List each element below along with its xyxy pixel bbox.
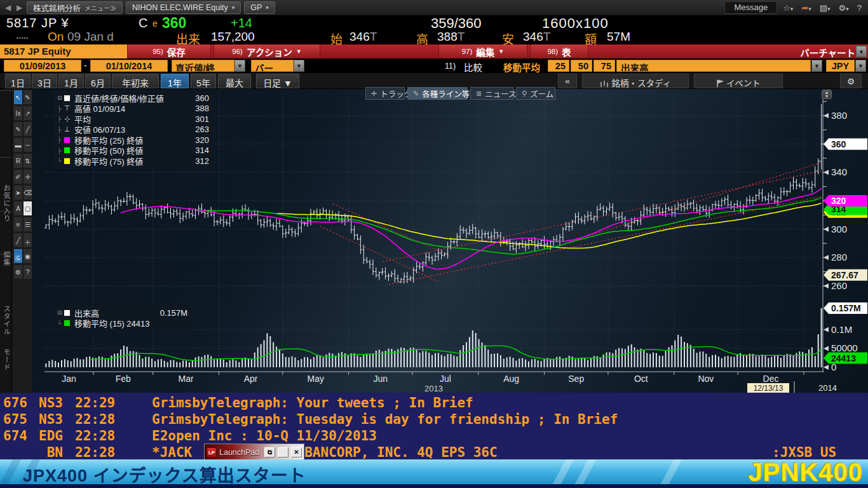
- tool-icon: ≣: [476, 90, 482, 98]
- maximize-button[interactable]: [278, 447, 288, 458]
- period-tab-3日[interactable]: 3日: [32, 74, 57, 88]
- tool-icon-4-1[interactable]: ⇅: [23, 153, 32, 168]
- price-type-select[interactable]: 直近値/終: [172, 60, 234, 72]
- tool-icon-4-0[interactable]: R: [13, 153, 23, 168]
- currency-select[interactable]: JPY: [826, 60, 855, 72]
- quote-row-1: 5817 JP ¥ C e 360 +14 359/360 1600x100: [0, 16, 868, 30]
- bottom-strip: [0, 484, 868, 488]
- tool-icon-10-0[interactable]: Ⓖ: [13, 248, 23, 264]
- legend-row[interactable]: ├⊹平均301: [57, 114, 209, 125]
- tool-icon-3-1[interactable]: ─: [23, 137, 32, 152]
- news-line[interactable]: 674EDG22:28E2open Inc : 10-Q 11/30/2013: [0, 428, 868, 445]
- dots-icon[interactable]: ▪▪▪▪▪: [17, 35, 29, 41]
- security-selector[interactable]: NIHON ELEC.WIRE Equity ▾: [126, 1, 241, 14]
- period-tab-1日[interactable]: 1日: [5, 74, 31, 88]
- period-tab-年初来[interactable]: 年初来: [112, 74, 159, 88]
- legend-row[interactable]: ⊟出来高0.157M: [57, 308, 187, 318]
- menu-item-アクション[interactable]: 96)アクション▼: [214, 44, 320, 58]
- tool-icon-0-1[interactable]: ✎: [23, 90, 32, 105]
- ma-period-input-50[interactable]: 50: [571, 60, 592, 72]
- tool-icon-6-1[interactable]: ⌫: [23, 185, 32, 200]
- date-from-input[interactable]: 01/09/2013: [4, 60, 81, 72]
- function-selector[interactable]: GP ▾: [244, 1, 275, 14]
- forward-icon[interactable]: ▶: [15, 3, 24, 12]
- tool-icon-11-0[interactable]: ⚙: [13, 264, 23, 280]
- chart-tool-1[interactable]: ✎各種ライン等: [407, 87, 468, 100]
- tool-icon-6-0[interactable]: ➤: [13, 185, 23, 200]
- tool-icon-3-0[interactable]: ▬: [13, 137, 23, 152]
- ma-label[interactable]: 移動平均: [503, 60, 540, 74]
- period-tab-6月[interactable]: 6月: [85, 74, 111, 88]
- overlay-dropdown-icon[interactable]: ▼: [811, 60, 822, 72]
- tool-icon-7-1[interactable]: ▢: [23, 201, 32, 216]
- events-button[interactable]: イベント: [694, 74, 783, 88]
- overlay-select[interactable]: 出来高: [616, 60, 811, 72]
- tool-icon-5-1[interactable]: ✛: [23, 169, 32, 184]
- tool-icon-11-1[interactable]: ?: [23, 264, 32, 280]
- study-button[interactable]: 銘柄・スタディ: [582, 74, 689, 88]
- legend-row[interactable]: ├移動平均 (25) 終値320: [57, 135, 209, 146]
- ma-period-input-75[interactable]: 75: [593, 60, 615, 72]
- chart-settings-gear-icon[interactable]: ⚙: [840, 74, 862, 88]
- menu-item-保存[interactable]: 95)保存: [127, 44, 211, 58]
- restore-button[interactable]: ⧉: [264, 447, 275, 458]
- tool-group-モード[interactable]: モード: [1, 348, 11, 371]
- tool-icon-7-0[interactable]: A: [13, 201, 23, 216]
- legend-row[interactable]: ├⊥安値 06/07/13263: [57, 125, 209, 135]
- chart-tool-2[interactable]: ≣ニュース: [470, 87, 513, 100]
- tool-icon-2-1[interactable]: ╱: [23, 121, 32, 137]
- tool-icon-8-1[interactable]: ☰: [23, 217, 32, 232]
- tool-icon-0-0[interactable]: ↖: [13, 90, 23, 105]
- menu-item-編集[interactable]: 97)編集▼: [438, 44, 527, 58]
- message-button[interactable]: Message: [724, 1, 777, 14]
- legend-row[interactable]: └移動平均 (75) 終値312: [57, 156, 209, 166]
- help-icon[interactable]: ?: [857, 3, 862, 13]
- axis-scroll-widget[interactable]: ▲▼: [822, 90, 832, 99]
- collapse-button[interactable]: «: [558, 74, 577, 88]
- tool-icon-10-1[interactable]: ◉: [23, 248, 32, 264]
- back-icon[interactable]: ◀: [4, 3, 12, 12]
- launchpad-window[interactable]: LP LaunchPad ⧉ ✕: [204, 444, 304, 461]
- chart-tool-3[interactable]: ⚲ズーム: [516, 87, 555, 100]
- tool-icon-1-1[interactable]: ↗: [23, 105, 32, 121]
- tool-group-お気に入り[interactable]: お気に入り: [1, 184, 11, 222]
- favorites-star-icon[interactable]: ☆▾: [783, 3, 793, 13]
- ma-period-input-25[interactable]: 25: [548, 60, 569, 72]
- news-line[interactable]: 675NS322:28GrimsbyTelegraph: Tuesday is …: [0, 412, 868, 428]
- period-tab-5年[interactable]: 5年: [191, 74, 216, 88]
- document-icon[interactable]: ▤▾: [820, 3, 831, 13]
- chart-type-dropdown-icon[interactable]: ▼: [294, 60, 304, 72]
- panel-dropdown-icon[interactable]: ▼: [856, 46, 867, 57]
- chart-type-select[interactable]: バー: [251, 60, 294, 72]
- legend-row[interactable]: ├⊤高値 01/09/14388: [57, 104, 209, 114]
- quote-date: 09 Jan d: [67, 30, 114, 44]
- tool-icon-1-0[interactable]: Ix: [13, 105, 23, 121]
- currency-dropdown-icon[interactable]: ▼: [855, 60, 866, 72]
- price-change: +14: [231, 16, 252, 30]
- tool-group-編集[interactable]: 編集: [1, 251, 11, 266]
- tool-icon-5-0[interactable]: ✐: [13, 169, 23, 184]
- news-line[interactable]: 676NS322:29GrimsbyTelegraph: Your tweets…: [0, 395, 868, 412]
- tool-group-スタイル[interactable]: スタイル: [1, 305, 11, 336]
- legend-row[interactable]: ⊟直近値/終値/価格/修正値360: [57, 93, 209, 104]
- date-to-input[interactable]: 01/10/2014: [90, 60, 168, 72]
- tool-icon-2-0[interactable]: ✎: [13, 121, 23, 137]
- period-tab-1月[interactable]: 1月: [58, 74, 84, 88]
- banner-watermark: JPNK400: [749, 459, 863, 484]
- tool-icon-9-1[interactable]: ＋: [23, 233, 32, 248]
- chart-tool-0[interactable]: ✛トラック: [365, 87, 405, 100]
- tool-icon-9-0[interactable]: ╱: [13, 233, 23, 248]
- tool-icon-8-0[interactable]: ≡: [13, 217, 23, 232]
- legend-row[interactable]: ├移動平均 (50) 終値314: [57, 146, 209, 156]
- app-tab[interactable]: 株式銘柄分析 メニュー≫: [27, 1, 123, 14]
- legend-row[interactable]: └移動平均 (15) 24413: [57, 318, 187, 329]
- frequency-select[interactable]: 日足 ▼: [256, 74, 299, 88]
- close-icon[interactable]: ✕: [291, 447, 302, 458]
- price-type-dropdown-icon[interactable]: ▼: [234, 60, 245, 72]
- period-tab-最大[interactable]: 最大: [218, 74, 251, 88]
- period-tab-1年[interactable]: 1年: [161, 74, 189, 88]
- menu-item-表[interactable]: 98)表: [530, 44, 588, 58]
- export-icon[interactable]: ➦▾: [801, 3, 811, 13]
- gear-icon[interactable]: ⚙▾: [839, 3, 849, 13]
- compare-label[interactable]: 比較: [464, 60, 482, 74]
